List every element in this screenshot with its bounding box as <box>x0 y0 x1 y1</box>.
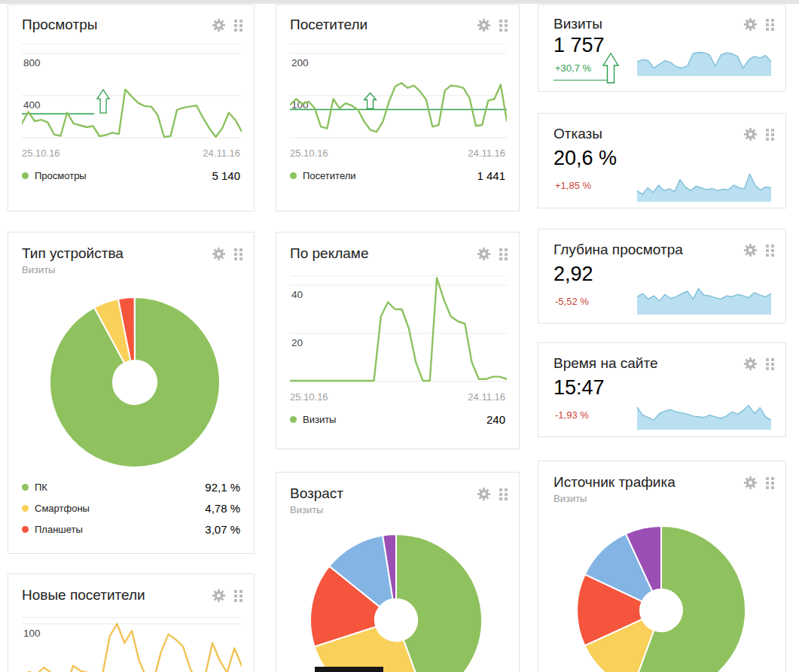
legend-row[interactable]: Посетители 1 441 <box>276 159 519 182</box>
gear-icon[interactable] <box>743 17 758 32</box>
legend-label: Просмотры <box>35 170 87 181</box>
date-start: 25.10.16 <box>290 391 328 403</box>
legend-row[interactable]: Смартфоны 4,78 % <box>22 502 240 523</box>
ads-line-chart[interactable]: 4020 <box>290 276 507 388</box>
widget-visits-title: Визиты <box>554 16 602 32</box>
legend-row[interactable]: Визиты 240 <box>276 403 519 426</box>
widget-visitors-title: Посетители <box>290 17 367 33</box>
legend-dot <box>22 526 29 533</box>
device-type-donut-chart[interactable] <box>49 296 221 468</box>
date-end: 24.11.16 <box>203 147 240 159</box>
depth-change: -5,52 % <box>555 296 589 307</box>
legend-value: 5 140 <box>212 169 240 182</box>
widget-ads: По рекламе 4020 25.10.16 24.11.16 Визиты… <box>276 232 520 449</box>
annotation-underline <box>554 80 608 81</box>
widget-time-on-site: Время на сайте 15:47 -1,93 % <box>538 342 786 437</box>
visitors-line-chart[interactable]: 200100 <box>290 44 507 144</box>
drag-handle-icon[interactable] <box>766 19 774 31</box>
drag-handle-icon[interactable] <box>234 590 242 602</box>
widget-traffic-subtitle: Визиты <box>538 491 785 504</box>
legend-row[interactable]: ПК 92,1 % <box>22 481 240 502</box>
widget-depth: Глубина просмотра 2,92 -5,52 % <box>538 229 786 324</box>
time-sparkline <box>636 394 772 430</box>
legend-label: ПК <box>35 482 47 493</box>
legend-dot <box>22 505 29 512</box>
gear-icon[interactable] <box>212 18 226 32</box>
gear-icon[interactable] <box>743 476 758 490</box>
drag-handle-icon[interactable] <box>234 248 242 260</box>
date-start: 25.10.16 <box>22 147 60 159</box>
drag-handle-icon[interactable] <box>499 248 508 260</box>
gear-icon[interactable] <box>477 18 491 32</box>
gear-icon[interactable] <box>743 357 758 371</box>
svg-text:40: 40 <box>291 289 303 300</box>
time-change: -1,93 % <box>555 409 589 421</box>
visits-change: +30,7 % <box>555 62 591 74</box>
drag-handle-icon[interactable] <box>499 20 508 32</box>
depth-sparkline <box>636 279 772 315</box>
views-line-chart[interactable]: 800400 <box>22 44 242 144</box>
device-type-legend: ПК 92,1 % Смартфоны 4,78 % Планшеты 3,07… <box>22 481 240 544</box>
svg-text:800: 800 <box>23 57 41 68</box>
widget-age: Возраст Визиты <box>276 472 520 672</box>
svg-text:20: 20 <box>291 337 303 348</box>
legend-label: Планшеты <box>35 524 83 535</box>
bounces-sparkline <box>636 162 772 202</box>
gear-icon[interactable] <box>743 127 758 141</box>
traffic-source-donut-chart[interactable] <box>576 525 746 672</box>
widget-device-type: Тип устройства Визиты ПК 92,1 % Смартфон… <box>8 232 255 554</box>
widget-device-subtitle: Визиты <box>8 262 254 275</box>
gear-icon[interactable] <box>743 243 758 257</box>
widget-views-title: Просмотры <box>22 17 97 33</box>
widget-new-visitors: Новые посетители 100 <box>8 573 255 672</box>
legend-value: 4,78 % <box>205 502 240 515</box>
widget-traffic-title: Источник трафика <box>554 474 675 491</box>
widget-new-visitors-title: Новые посетители <box>22 587 145 604</box>
widget-views: Просмотры 800400 25.10.16 24.11.16 Просм… <box>8 5 255 211</box>
date-end: 24.11.16 <box>468 147 505 159</box>
legend-row[interactable]: Просмотры 5 140 <box>8 159 254 182</box>
widget-depth-title: Глубина просмотра <box>554 242 683 258</box>
legend-value: 1 441 <box>477 169 505 182</box>
age-donut-chart[interactable] <box>310 534 483 672</box>
new-visitors-line-chart[interactable]: 100 <box>22 618 242 672</box>
gear-icon[interactable] <box>212 247 226 261</box>
legend-label: Посетители <box>303 170 356 181</box>
drag-handle-icon[interactable] <box>766 245 774 257</box>
drag-handle-icon[interactable] <box>766 477 774 489</box>
depth-value: 2,92 <box>554 263 593 286</box>
top-strip <box>0 0 799 4</box>
legend-value: 240 <box>486 413 505 426</box>
cropped-black-bar <box>315 667 383 672</box>
up-arrow-icon <box>602 52 620 84</box>
widget-bounces: Отказы 20,6 % +1,85 % <box>538 113 786 208</box>
legend-label: Смартфоны <box>35 503 90 514</box>
legend-value: 3,07 % <box>205 523 240 536</box>
time-value: 15:47 <box>554 376 605 400</box>
widget-time-title: Время на сайте <box>554 355 658 372</box>
drag-handle-icon[interactable] <box>766 358 774 370</box>
widget-age-title: Возраст <box>290 485 343 502</box>
svg-text:200: 200 <box>291 57 309 68</box>
drag-handle-icon[interactable] <box>234 20 242 32</box>
gear-icon[interactable] <box>212 588 226 603</box>
gear-icon[interactable] <box>477 247 491 261</box>
date-start: 25.10.16 <box>290 147 328 159</box>
bounces-value: 20,6 % <box>554 147 617 170</box>
metrica-dashboard: { "colors": { "chart_green": "#8cc260", … <box>0 0 799 672</box>
drag-handle-icon[interactable] <box>766 129 774 141</box>
legend-label: Визиты <box>303 414 336 425</box>
legend-row[interactable]: Планшеты 3,07 % <box>22 523 240 544</box>
gear-icon[interactable] <box>477 487 491 501</box>
legend-dot <box>22 172 29 179</box>
visits-value: 1 757 <box>554 34 605 57</box>
legend-value: 92,1 % <box>205 481 240 494</box>
widget-device-title: Тип устройства <box>22 245 124 262</box>
widget-visitors: Посетители 200100 25.10.16 24.11.16 Посе… <box>276 5 520 211</box>
widget-visits: Визиты 1 757 +30,7 % <box>538 5 786 92</box>
svg-text:100: 100 <box>23 628 41 639</box>
widget-bounces-title: Отказы <box>554 126 602 142</box>
legend-dot <box>22 484 29 491</box>
drag-handle-icon[interactable] <box>499 488 508 500</box>
widget-ads-title: По рекламе <box>290 245 368 262</box>
